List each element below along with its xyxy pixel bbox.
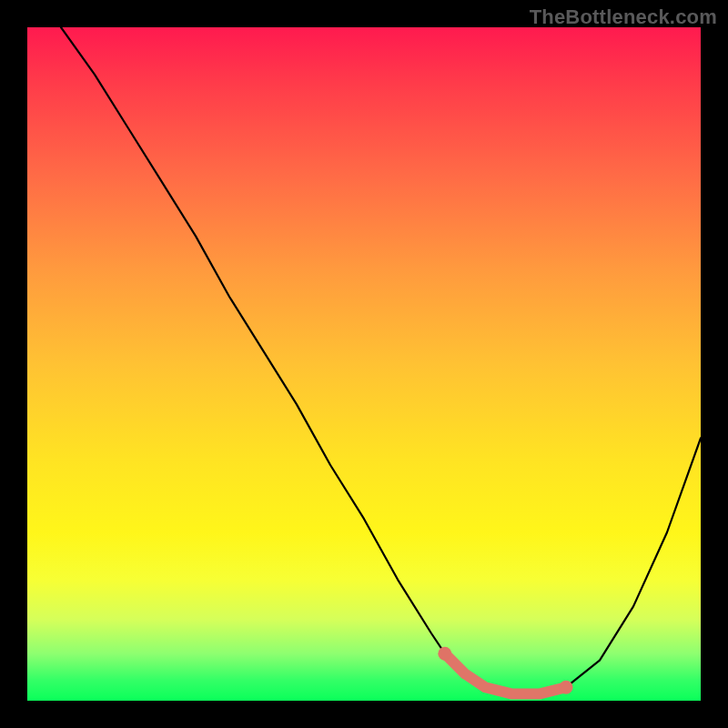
bottleneck-curve bbox=[61, 27, 701, 694]
chart-container: TheBottleneck.com bbox=[0, 0, 728, 728]
marker-start-dot bbox=[438, 647, 451, 661]
curve-svg bbox=[27, 27, 701, 701]
plot-area bbox=[27, 27, 701, 701]
watermark-text: TheBottleneck.com bbox=[530, 5, 717, 29]
marker-end-dot bbox=[560, 681, 573, 694]
optimal-range-marker bbox=[445, 653, 566, 693]
